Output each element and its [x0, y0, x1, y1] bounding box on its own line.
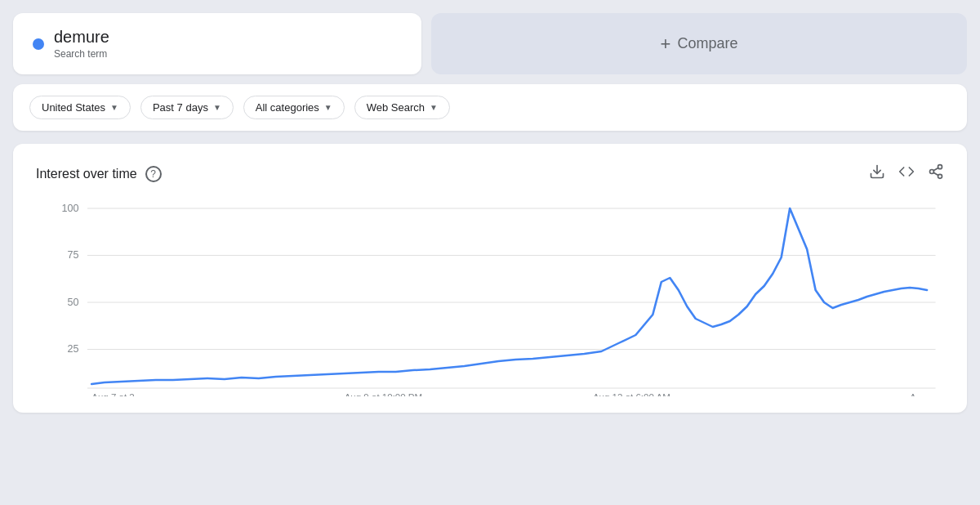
filter-category[interactable]: All categories ▼: [243, 96, 345, 119]
download-button[interactable]: [869, 163, 885, 184]
compare-plus-icon: +: [661, 34, 671, 55]
filter-location-label: United States: [42, 101, 105, 114]
embed-button[interactable]: [898, 163, 915, 184]
chart-title: Interest over time: [36, 167, 137, 181]
chevron-down-icon: ▼: [213, 103, 221, 112]
compare-label: + Compare: [661, 34, 738, 55]
search-term-card: demure Search term: [13, 13, 421, 74]
svg-text:100: 100: [61, 203, 78, 214]
filter-search-type[interactable]: Web Search ▼: [354, 96, 450, 119]
term-name: demure: [54, 28, 109, 47]
interest-chart: 100 75 50 25 Aug 7 at 2.... Aug 9 at 10:…: [36, 200, 944, 396]
svg-text:Aug 9 at 10:00 PM: Aug 9 at 10:00 PM: [345, 392, 423, 396]
svg-text:25: 25: [67, 343, 78, 355]
svg-text:50: 50: [67, 297, 78, 308]
filters-bar: United States ▼ Past 7 days ▼ All catego…: [13, 84, 967, 131]
share-button[interactable]: [928, 163, 944, 184]
chart-actions: [869, 163, 944, 184]
svg-line-5: [933, 168, 938, 170]
chart-title-group: Interest over time ?: [36, 166, 162, 182]
chart-container: 100 75 50 25 Aug 7 at 2.... Aug 9 at 10:…: [36, 200, 944, 396]
compare-text: Compare: [677, 35, 737, 52]
filter-search-type-label: Web Search: [367, 101, 425, 114]
filter-time[interactable]: Past 7 days ▼: [140, 96, 234, 119]
term-info: demure Search term: [54, 28, 109, 60]
svg-text:75: 75: [67, 249, 78, 261]
filter-category-label: All categories: [256, 101, 319, 114]
chart-header: Interest over time ?: [36, 163, 944, 184]
svg-text:Aug 12 at 6:00 AM: Aug 12 at 6:00 AM: [593, 392, 670, 396]
svg-text:Aug 7 at 2....: Aug 7 at 2....: [91, 392, 145, 396]
svg-text:A...: A...: [910, 392, 924, 396]
term-dot: [33, 38, 44, 50]
svg-line-4: [933, 172, 938, 175]
chevron-down-icon: ▼: [430, 103, 438, 112]
compare-card[interactable]: + Compare: [431, 13, 967, 74]
chevron-down-icon: ▼: [324, 103, 332, 112]
filter-time-label: Past 7 days: [153, 101, 208, 114]
filter-location[interactable]: United States ▼: [29, 96, 131, 119]
chart-card: Interest over time ?: [13, 144, 967, 413]
term-type: Search term: [54, 48, 109, 60]
help-icon[interactable]: ?: [145, 166, 162, 182]
chevron-down-icon: ▼: [110, 103, 118, 112]
